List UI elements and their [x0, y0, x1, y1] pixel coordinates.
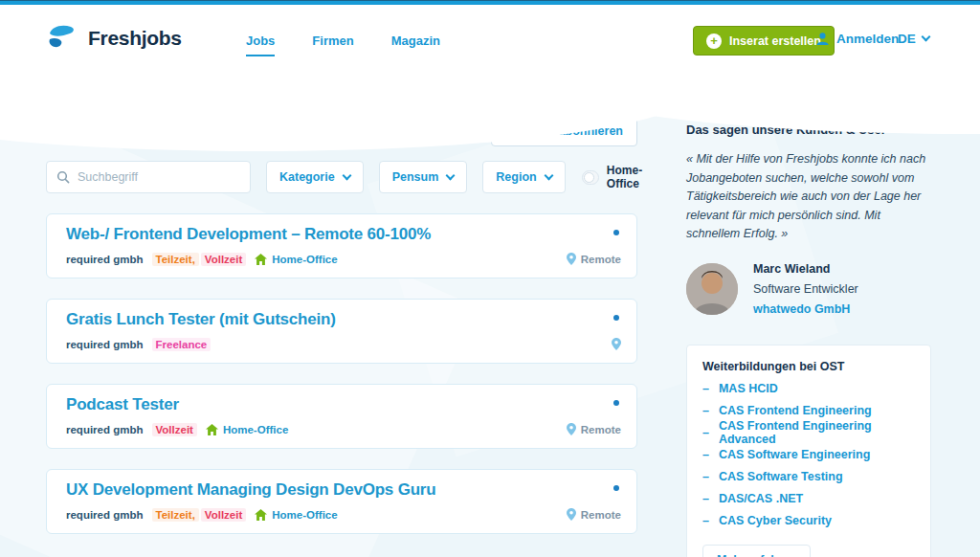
nav-firmen[interactable]: Firmen: [312, 33, 353, 56]
unread-dot: [613, 315, 619, 321]
job-location: Remote: [581, 509, 621, 521]
chevron-down-icon: [342, 171, 351, 181]
job-company: required gmbh: [66, 254, 144, 265]
more-info-button[interactable]: Mehr erfahren: [702, 545, 811, 557]
job-title[interactable]: Gratis Lunch Tester (mit Gutschein): [66, 310, 619, 329]
search-input[interactable]: [78, 170, 240, 184]
filter-kategorie[interactable]: Kategorie: [266, 161, 364, 193]
badge-vollzeit: Vollzeit: [201, 253, 246, 266]
badge-freelance: Freelance: [152, 338, 212, 351]
course-link-cas-cyber-security[interactable]: – CAS Cyber Security: [702, 510, 915, 532]
unread-dot: [613, 400, 619, 406]
home-office-toggle-label: Home-Office: [607, 164, 651, 190]
dash-icon: –: [702, 492, 709, 505]
job-company: required gmbh: [66, 339, 144, 350]
create-listing-label: Inserat erstellen: [729, 34, 821, 48]
job-card[interactable]: Gratis Lunch Tester (mit Gutschein) requ…: [46, 299, 637, 364]
login-label: Anmelden: [836, 32, 899, 46]
filter-region[interactable]: Region: [482, 161, 565, 193]
toggle-knob: [584, 172, 594, 183]
course-link-das-cas-net[interactable]: – DAS/CAS .NET: [702, 488, 915, 510]
dash-icon: –: [702, 382, 709, 395]
unread-dot: [613, 230, 619, 235]
course-label: CAS Software Testing: [719, 470, 843, 483]
testimonial-quote: « Mit der Hilfe von Freshjobs konnte ich…: [686, 150, 931, 244]
courses-card: Weiterbildungen bei OST – MAS HCID – CAS…: [686, 345, 931, 557]
location-pin-icon: [567, 253, 576, 265]
logo-text: Freshjobs: [88, 27, 182, 50]
search-box: [46, 161, 251, 193]
badge-vollzeit: Vollzeit: [201, 508, 246, 522]
location-pin-icon: [567, 508, 576, 521]
dash-icon: –: [702, 470, 709, 483]
sidebar: Das sagen unsere Kunden & User « Mit der…: [686, 123, 931, 557]
job-location: Remote: [581, 254, 621, 265]
job-card[interactable]: Web-/ Frontend Development – Remote 60-1…: [46, 213, 637, 278]
job-list-section: 4 frische Jobs in der Schweiz Jobs abonn…: [46, 116, 637, 534]
language-label: DE: [898, 32, 916, 46]
home-office-badge: Home-Office: [223, 424, 288, 435]
home-office-toggle[interactable]: [582, 170, 599, 185]
unread-dot: [613, 485, 619, 491]
chevron-down-icon: [446, 171, 456, 181]
job-title[interactable]: Web-/ Frontend Development – Remote 60-1…: [66, 225, 619, 244]
nav-magazin[interactable]: Magazin: [391, 33, 440, 56]
filter-pensum[interactable]: Pensum: [379, 161, 468, 193]
home-office-badge: Home-Office: [272, 254, 337, 265]
course-link-cas-frontend-advanced[interactable]: – CAS Frontend Engineering Advanced: [702, 422, 915, 444]
job-card[interactable]: Podcast Tester required gmbh Vollzeit Ho…: [46, 384, 637, 449]
home-icon: [255, 254, 267, 265]
testimonial-author-company-link[interactable]: whatwedo GmbH: [753, 300, 858, 320]
language-selector[interactable]: DE: [898, 32, 929, 46]
course-label: MAS HCID: [719, 382, 778, 395]
dash-icon: –: [702, 426, 709, 439]
course-label: CAS Software Engineering: [719, 448, 870, 461]
course-link-mas-hcid[interactable]: – MAS HCID: [702, 378, 915, 400]
dash-icon: –: [702, 448, 709, 461]
home-icon: [255, 509, 267, 521]
main-nav: Jobs Firmen Magazin: [246, 33, 440, 56]
filter-kategorie-label: Kategorie: [279, 170, 335, 184]
location-pin-icon: [567, 423, 576, 435]
filter-pensum-label: Pensum: [392, 170, 439, 184]
badge-teilzeit: Teilzeit,: [152, 508, 199, 522]
course-label: CAS Frontend Engineering: [719, 404, 872, 417]
home-office-badge: Home-Office: [272, 509, 337, 521]
badge-vollzeit: Vollzeit: [152, 423, 197, 436]
course-label: CAS Cyber Security: [719, 514, 832, 527]
job-company: required gmbh: [66, 509, 144, 521]
dash-icon: –: [702, 404, 709, 417]
course-link-cas-software-testing[interactable]: – CAS Software Testing: [702, 466, 915, 488]
avatar: [686, 263, 738, 315]
job-title[interactable]: Podcast Tester: [66, 395, 619, 414]
chevron-down-icon: [921, 33, 930, 42]
nav-jobs[interactable]: Jobs: [246, 33, 275, 56]
badge-teilzeit: Teilzeit,: [152, 253, 199, 266]
filter-region-label: Region: [496, 170, 536, 184]
testimonial-author-role: Software Entwickler: [753, 279, 858, 300]
course-link-cas-software-engineering[interactable]: – CAS Software Engineering: [702, 444, 915, 466]
dash-icon: –: [702, 514, 709, 527]
logo[interactable]: Freshjobs: [46, 23, 182, 54]
user-icon: [815, 32, 830, 46]
login-button[interactable]: Anmelden: [815, 32, 899, 46]
top-accent-bar: [0, 0, 980, 5]
courses-heading: Weiterbildungen bei OST: [702, 360, 915, 373]
job-title[interactable]: UX Development Managing Design DevOps Gu…: [66, 480, 619, 500]
job-company: required gmbh: [66, 424, 144, 435]
testimonial-author-name: Marc Wieland: [753, 259, 858, 279]
job-location: Remote: [581, 424, 621, 435]
freshjobs-logo-icon: [46, 23, 78, 54]
location-pin-icon: [612, 338, 621, 350]
search-icon: [56, 170, 70, 184]
chevron-down-icon: [544, 171, 553, 181]
course-label: DAS/CAS .NET: [719, 492, 803, 505]
home-icon: [206, 424, 218, 435]
create-listing-button[interactable]: + Inserat erstellen: [693, 26, 835, 56]
job-card[interactable]: UX Development Managing Design DevOps Gu…: [46, 469, 637, 534]
course-label: CAS Frontend Engineering Advanced: [719, 419, 915, 446]
plus-icon: +: [706, 33, 722, 49]
